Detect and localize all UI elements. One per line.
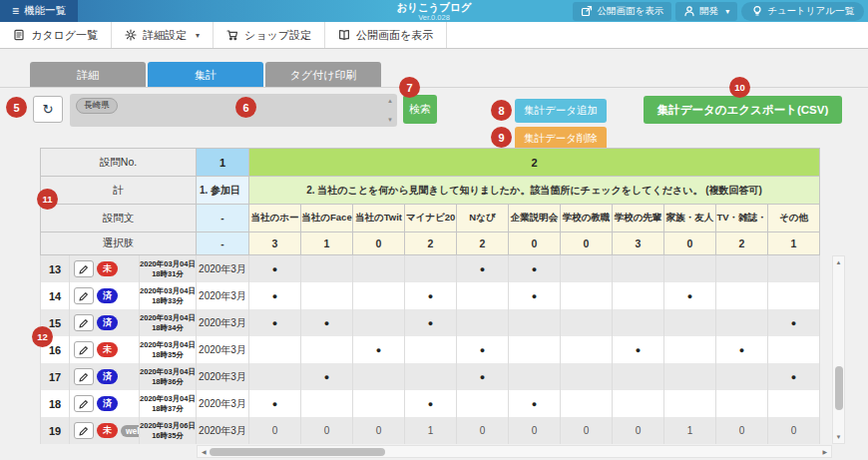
status-badge: 未 (97, 261, 118, 276)
timestamp-date: 2020年03月04日 (140, 394, 196, 403)
timestamp-time: 16時35分 (152, 431, 184, 440)
participation-month-cell: 2020年3月 (197, 282, 249, 309)
header-label-question-no: 設問No. (40, 148, 197, 177)
tab-tag-print[interactable]: タグ付け印刷 (265, 62, 381, 88)
status-badge: 未 (97, 342, 118, 357)
edit-button[interactable] (74, 341, 94, 358)
scroll-left-icon[interactable]: ◀ (202, 446, 207, 457)
scroll-down-icon[interactable]: ▼ (387, 117, 393, 123)
scroll-right-icon[interactable]: ▶ (822, 446, 827, 457)
answer-value-cell (716, 255, 768, 282)
answer-value-cell (613, 390, 664, 417)
participation-month-cell: 2020年3月 (197, 417, 249, 444)
add-aggregate-data-button[interactable]: 集計データ追加 (515, 99, 607, 123)
status-badge: 未 (97, 423, 118, 438)
answer-value-cell (561, 363, 613, 390)
timestamp-time: 18時35分 (152, 350, 184, 359)
tab-aggregate[interactable]: 集計 (148, 62, 263, 88)
function-list-menu-button[interactable]: ≡ 機能一覧 (0, 0, 78, 22)
row-number: 19 (40, 417, 70, 444)
dev-user-menu-label: 開発 (699, 5, 718, 18)
choice-header-cell: マイナビ20 (405, 205, 457, 232)
answer-value-cell (613, 255, 664, 282)
answer-value-cell: 0 (353, 417, 405, 444)
menubar-item-show-public-screen[interactable]: 公開画面を表示 (325, 22, 447, 48)
answer-dot-cell: ● (457, 363, 509, 390)
refresh-button[interactable]: ↻ (33, 96, 63, 123)
question-2-title-cell: 2. 当社のことを何から見聞きして知りましたか。該当箇所にチェックをしてください… (249, 177, 820, 205)
question-1-number-cell: 1 (197, 148, 249, 177)
dev-user-menu[interactable]: 開発▾ (675, 2, 737, 21)
answer-value-cell: 0 (613, 417, 664, 444)
search-button[interactable]: 検索 (403, 95, 437, 124)
edit-button[interactable] (74, 287, 94, 304)
question-2-number-cell: 2 (249, 148, 820, 177)
vertical-scrollbar[interactable]: ▲ ▼ (832, 255, 845, 444)
edit-button[interactable] (74, 260, 94, 277)
edit-button[interactable] (74, 368, 94, 385)
choice-header-cell: 当社のホー (249, 205, 301, 232)
table-header-row-choices: 選択肢-31022003021 (40, 232, 820, 255)
tab-detail[interactable]: 詳細 (30, 62, 146, 88)
answer-dot-cell: ● (405, 390, 457, 417)
answer-dot-cell: ● (768, 309, 820, 336)
chevron-down-icon: ▾ (196, 31, 200, 40)
filter-tag-input[interactable]: 長崎県 ▲ ▼ (70, 94, 397, 127)
answer-dot-cell: ● (457, 336, 509, 363)
choice-header-cell: Nなび (457, 205, 509, 232)
answer-value-cell (353, 255, 405, 282)
table-row: 16未2020年03月04日18時35分2020年3月●●●● (40, 336, 820, 363)
catalog-icon (13, 29, 25, 41)
scroll-up-icon[interactable]: ▲ (387, 98, 393, 104)
status-badge: 済 (97, 288, 118, 303)
menubar-item-label: 公開画面を表示 (356, 28, 433, 43)
row-actions: 済 (70, 282, 140, 309)
answer-value-cell: 0 (768, 417, 820, 444)
scroll-down-icon[interactable]: ▼ (833, 434, 844, 440)
menubar-item-shop-settings[interactable]: ショップ設定 (214, 22, 325, 48)
timestamp-date: 2020年03月04日 (140, 313, 196, 322)
answer-value-cell (716, 363, 768, 390)
scroll-up-icon[interactable]: ▲ (833, 259, 844, 265)
timestamp-cell: 2020年03月04日18時37分 (140, 390, 197, 417)
show-public-screen-button[interactable]: 公開画面を表示 (573, 2, 671, 21)
cart-icon (226, 29, 238, 41)
row-number: 14 (40, 282, 70, 309)
horizontal-scrollbar-thumb[interactable] (210, 448, 385, 456)
timestamp-date: 2020年03月04日 (140, 340, 196, 349)
edit-button[interactable] (74, 395, 94, 412)
status-badge: 済 (97, 396, 118, 411)
answer-value-cell (664, 363, 716, 390)
export-csv-button[interactable]: 集計データのエクスポート(CSV) (644, 96, 842, 124)
choice-count-cell: 0 (509, 232, 561, 255)
choice-count-cell: 0 (561, 232, 613, 255)
answer-dot-cell: ● (509, 255, 561, 282)
header-label-total: 計 (40, 177, 197, 205)
answer-value-cell (457, 390, 509, 417)
answer-value-cell (301, 282, 353, 309)
tutorial-list-button[interactable]: チュートリアル一覧 (741, 2, 864, 21)
header-label-question-text: 設問文 (40, 205, 197, 232)
answer-value-cell (249, 336, 301, 363)
horizontal-scrollbar[interactable]: ◀ ▶ (197, 445, 832, 458)
answer-value-cell (664, 336, 716, 363)
aggregate-table: 設問No.12計1. 参加日2. 当社のことを何から見聞きして知りましたか。該当… (40, 148, 820, 444)
row-number: 17 (40, 363, 70, 390)
status-badge: 済 (97, 369, 118, 384)
vertical-scrollbar-thumb[interactable] (835, 366, 843, 410)
table-header-row-total: 計1. 参加日2. 当社のことを何から見聞きして知りましたか。該当箇所にチェック… (40, 177, 820, 205)
answer-value-cell (457, 282, 509, 309)
table-row: 14済2020年03月04日18時33分2020年3月●●●● (40, 282, 820, 309)
edit-button[interactable] (74, 314, 94, 331)
timestamp-time: 18時31分 (152, 269, 184, 278)
navbar-actions: 公開画面を表示開発▾チュートリアル一覧 (573, 0, 864, 22)
answer-value-cell (561, 309, 613, 336)
timestamp-date: 2020年03月04日 (140, 286, 196, 295)
answer-value-cell: 0 (561, 417, 613, 444)
menubar-item-catalog-list[interactable]: カタログ一覧 (0, 22, 112, 48)
participation-month-cell: 2020年3月 (197, 363, 249, 390)
gear-icon (125, 29, 137, 41)
answer-dot-cell: ● (613, 336, 664, 363)
edit-button[interactable] (74, 422, 94, 439)
menubar-item-detail-settings[interactable]: 詳細設定▾ (112, 22, 214, 48)
